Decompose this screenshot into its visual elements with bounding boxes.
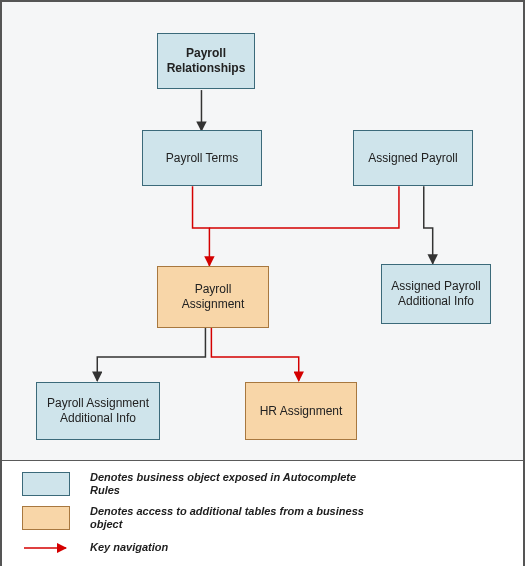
node-label: Assigned Payroll Additional Info	[386, 279, 486, 309]
legend-text-blue: Denotes business object exposed in Autoc…	[90, 471, 370, 497]
node-label: Payroll Assignment	[162, 282, 264, 312]
node-label: HR Assignment	[260, 404, 343, 419]
node-hr-assignment: HR Assignment	[245, 382, 357, 440]
node-payroll-assignment-additional-info: Payroll Assignment Additional Info	[36, 382, 160, 440]
legend-swatch-blue	[22, 472, 70, 496]
legend-row-blue: Denotes business object exposed in Autoc…	[22, 471, 370, 497]
legend: Denotes business object exposed in Autoc…	[2, 461, 523, 566]
node-assigned-payroll-additional-info: Assigned Payroll Additional Info	[381, 264, 491, 324]
node-payroll-terms: Payroll Terms	[142, 130, 262, 186]
node-label: Payroll Terms	[166, 151, 238, 166]
legend-swatch-orange	[22, 506, 70, 530]
legend-arrow-icon	[22, 542, 70, 554]
legend-row-orange: Denotes access to additional tables from…	[22, 505, 370, 531]
node-assigned-payroll: Assigned Payroll	[353, 130, 473, 186]
node-label: Assigned Payroll	[368, 151, 457, 166]
node-payroll-assignment: Payroll Assignment	[157, 266, 269, 328]
node-label: Payroll Assignment Additional Info	[41, 396, 155, 426]
node-payroll-relationships: Payroll Relationships	[157, 33, 255, 89]
legend-text-orange: Denotes access to additional tables from…	[90, 505, 370, 531]
diagram-canvas: Payroll Relationships Payroll Terms Assi…	[2, 2, 523, 461]
legend-row-arrow: Key navigation	[22, 541, 168, 554]
diagram-frame: Payroll Relationships Payroll Terms Assi…	[0, 0, 525, 566]
legend-text-arrow: Key navigation	[90, 541, 168, 554]
node-label: Payroll Relationships	[162, 46, 250, 76]
